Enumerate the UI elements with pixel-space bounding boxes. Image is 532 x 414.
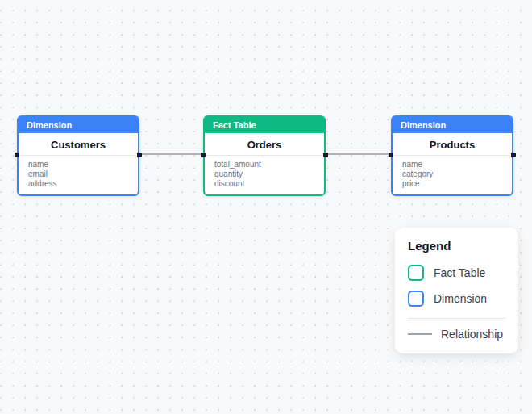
fact-table-swatch (408, 265, 424, 281)
node-title: Customers (19, 133, 138, 155)
node-field-list: name category price (393, 156, 512, 194)
relationship-edge-customers-orders[interactable] (139, 153, 203, 155)
node-field: quantity (214, 169, 314, 179)
node-field-list: name email address (19, 156, 138, 194)
legend-item-label: Relationship (441, 327, 503, 341)
legend-item-label: Fact Table (434, 266, 485, 280)
legend-divider (408, 318, 505, 319)
node-field: discount (214, 179, 314, 189)
entity-node-orders[interactable]: Fact Table Orders total_amount quantity … (203, 115, 326, 196)
dimension-swatch (408, 291, 424, 307)
legend-item-relationship: Relationship (408, 327, 505, 341)
connection-handle-right[interactable] (137, 153, 142, 157)
relationship-line-sample (408, 333, 432, 335)
entity-node-products[interactable]: Dimension Products name category price (391, 115, 513, 196)
legend-item-dimension: Dimension (408, 291, 505, 307)
node-type-badge: Dimension (393, 117, 512, 133)
node-field: name (28, 160, 128, 169)
node-title: Orders (205, 133, 324, 155)
relationship-edge-orders-products[interactable] (326, 153, 391, 155)
legend-item-fact-table: Fact Table (408, 265, 505, 281)
node-field: category (402, 169, 502, 179)
node-title: Products (393, 133, 512, 155)
node-type-badge: Dimension (19, 117, 138, 133)
node-field-list: total_amount quantity discount (205, 156, 324, 194)
node-field: price (402, 179, 502, 189)
legend-title: Legend (408, 239, 505, 253)
node-field: address (28, 179, 128, 189)
node-field: name (402, 160, 502, 169)
connection-handle-left[interactable] (389, 153, 393, 157)
connection-handle-left[interactable] (201, 153, 206, 157)
connection-handle-right[interactable] (323, 153, 328, 157)
connection-handle-right[interactable] (511, 153, 516, 157)
connection-handle-left[interactable] (15, 153, 19, 157)
node-field: email (28, 169, 128, 179)
node-type-badge: Fact Table (205, 117, 324, 133)
entity-node-customers[interactable]: Dimension Customers name email address (17, 115, 139, 196)
legend-item-label: Dimension (434, 291, 487, 306)
diagram-canvas[interactable]: Dimension Customers name email address F… (0, 0, 532, 414)
legend-panel: Legend Fact Table Dimension Relationship (395, 228, 518, 353)
node-field: total_amount (214, 160, 314, 169)
